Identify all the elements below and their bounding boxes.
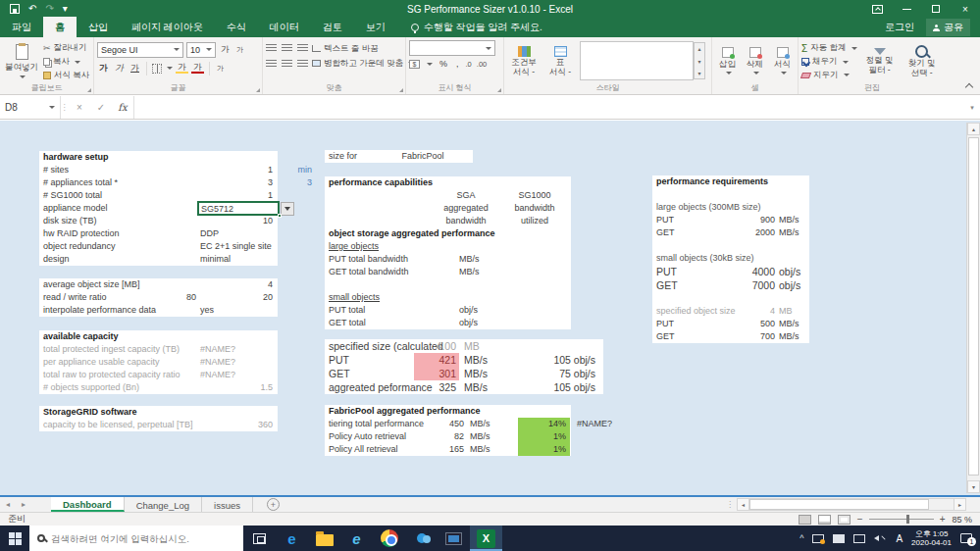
taskbar-screen-app-button[interactable] bbox=[438, 526, 470, 551]
ribbon-tab-홈[interactable]: 홈 bbox=[43, 17, 77, 37]
bold-button[interactable]: 가 bbox=[97, 62, 110, 75]
scroll-up-icon[interactable]: ▴ bbox=[967, 123, 980, 135]
align-right-icon[interactable] bbox=[297, 60, 308, 68]
header-cell[interactable]: SG1000 bbox=[499, 189, 570, 202]
cell-label[interactable]: GET bbox=[329, 367, 350, 380]
cell-label[interactable]: # appliances total * bbox=[43, 176, 118, 189]
zoom-level[interactable]: 85 % bbox=[952, 515, 972, 525]
header-cell[interactable]: SGA bbox=[427, 189, 505, 202]
cell-label[interactable]: large objects (300MB size) bbox=[656, 201, 761, 214]
cell-value[interactable]: 301 bbox=[414, 367, 459, 380]
cell-value[interactable]: 325 bbox=[414, 380, 459, 394]
underline-button[interactable]: 가 bbox=[129, 62, 141, 75]
minimize-button[interactable] bbox=[892, 0, 921, 18]
align-left-icon[interactable] bbox=[266, 60, 277, 68]
appliance-model-cell[interactable]: SG5712 bbox=[197, 201, 280, 216]
expand-formula-bar-icon[interactable]: ▾ bbox=[964, 96, 980, 119]
cell-label[interactable]: hw RAID protection bbox=[43, 227, 120, 240]
new-sheet-button[interactable]: + bbox=[267, 498, 280, 511]
cell-label[interactable]: tiering total performance bbox=[329, 418, 424, 430]
cell-value[interactable]: DDP bbox=[200, 227, 219, 240]
normal-view-button[interactable] bbox=[799, 515, 811, 525]
formula-bar-splitter[interactable]: ⋮ bbox=[61, 96, 69, 119]
cell-label[interactable]: GET bbox=[656, 330, 675, 343]
scroll-down-icon[interactable]: ▾ bbox=[967, 480, 980, 493]
undo-icon[interactable]: ↶ bbox=[28, 4, 36, 14]
task-view-button[interactable] bbox=[243, 526, 276, 551]
tray-expand-icon[interactable]: ^ bbox=[799, 533, 803, 543]
previous-sheet-icon[interactable]: ◂ bbox=[0, 497, 16, 512]
scroll-right-icon[interactable]: ▸ bbox=[954, 498, 966, 511]
cell-label[interactable]: # SG1000 total bbox=[43, 189, 102, 202]
cell-value[interactable]: #NAME? bbox=[200, 343, 235, 356]
fill-color-button[interactable]: 가 bbox=[176, 63, 188, 74]
fill-button[interactable]: 채우기 bbox=[801, 56, 857, 69]
cell-value[interactable]: 82 bbox=[419, 430, 464, 443]
format-cells-button[interactable]: 서식 bbox=[770, 40, 795, 81]
close-button[interactable]: × bbox=[951, 0, 980, 18]
appliance-model-dropdown-button[interactable] bbox=[281, 202, 294, 216]
format-painter-button[interactable]: 서식 복사 bbox=[43, 69, 89, 81]
collapse-ribbon-icon[interactable] bbox=[965, 83, 973, 91]
vertical-scrollbar[interactable]: ▴ ▾ bbox=[966, 123, 980, 493]
merge-center-button[interactable]: 병합하고 가운데 맞춤 bbox=[312, 58, 414, 70]
cell-label[interactable]: PUT bbox=[329, 353, 349, 367]
zoom-in-button[interactable]: + bbox=[940, 514, 946, 525]
cell-value[interactable]: 10 bbox=[263, 215, 273, 227]
cell-label[interactable]: object storage aggregated performance bbox=[329, 227, 495, 240]
horizontal-scrollbar-thumb[interactable] bbox=[749, 499, 929, 510]
share-button[interactable]: 공유 bbox=[926, 19, 970, 36]
accounting-format-icon[interactable]: $ bbox=[409, 60, 420, 69]
cell-label[interactable]: # objects supported (Bn) bbox=[43, 381, 139, 394]
percent-cell[interactable]: 1% bbox=[518, 443, 570, 456]
cell-label[interactable]: GET bbox=[656, 278, 678, 292]
cell-label[interactable]: PUT total bbox=[329, 304, 365, 317]
align-bottom-icon[interactable] bbox=[297, 44, 308, 52]
cell-label[interactable]: read / write ratio bbox=[43, 291, 107, 304]
cell-value[interactable]: 2000 bbox=[706, 226, 775, 239]
cell-value[interactable]: 3 bbox=[268, 176, 273, 189]
start-button[interactable] bbox=[0, 526, 29, 551]
ribbon-tab-삽입[interactable]: 삽입 bbox=[77, 17, 120, 37]
page-break-view-button[interactable] bbox=[838, 515, 851, 525]
cell-value[interactable]: 500 bbox=[706, 318, 775, 330]
sort-filter-button[interactable]: 정렬 및 필터 - bbox=[860, 40, 900, 81]
ribbon-tab-수식[interactable]: 수식 bbox=[215, 17, 258, 37]
align-center-icon[interactable] bbox=[282, 60, 292, 68]
sign-in-button[interactable]: 로그인 bbox=[885, 21, 914, 34]
shrink-font-button[interactable]: 가 bbox=[234, 45, 245, 55]
cell-label[interactable]: interpolate performance data bbox=[43, 304, 156, 317]
cell-label[interactable]: size for bbox=[329, 150, 357, 163]
cell-label[interactable]: PUT bbox=[656, 318, 674, 330]
font-name-select[interactable]: Segoe UI bbox=[97, 42, 183, 58]
dialog-launcher-icon[interactable] bbox=[87, 88, 91, 92]
cell-value[interactable]: 105 obj/s bbox=[553, 380, 595, 394]
ime-indicator[interactable]: A bbox=[896, 533, 903, 544]
cell-value[interactable]: 4000 bbox=[706, 265, 775, 278]
cell-label[interactable]: object redundancy bbox=[43, 240, 116, 253]
taskbar-search-box[interactable] bbox=[29, 526, 243, 551]
insert-function-icon[interactable]: fx bbox=[112, 96, 133, 119]
ribbon-tab-보기[interactable]: 보기 bbox=[354, 17, 397, 37]
horizontal-scrollbar[interactable]: ⋮ ◂ ▸ bbox=[723, 497, 980, 512]
autosum-button[interactable]: Σ자동 합계 bbox=[801, 42, 857, 55]
conditional-formatting-button[interactable]: 조건부 서식 - bbox=[507, 40, 541, 81]
font-size-select[interactable]: 10 bbox=[186, 42, 216, 58]
cell-label[interactable]: large objects bbox=[329, 240, 379, 253]
cell-label[interactable]: GET total bbox=[329, 317, 366, 329]
copy-button[interactable]: 복사 bbox=[43, 56, 89, 69]
cell-value[interactable]: yes bbox=[200, 304, 214, 317]
cell-value[interactable]: 360 bbox=[258, 419, 273, 431]
worksheet[interactable]: ▴ ▾ hardware setup# sites1min# appliance… bbox=[0, 121, 980, 495]
sheet-tab-dashboard[interactable]: Dashboard bbox=[51, 497, 125, 512]
cell-label[interactable]: total raw to protected capacity ratio bbox=[43, 369, 181, 381]
delete-cells-button[interactable]: 삭제 bbox=[743, 40, 767, 81]
cell-value[interactable]: 105 obj/s bbox=[553, 353, 595, 367]
insert-cells-button[interactable]: 삽입 bbox=[715, 40, 740, 81]
cancel-entry-icon[interactable]: × bbox=[69, 96, 90, 119]
gallery-scroll-buttons[interactable]: ▴▾▾ bbox=[694, 42, 705, 79]
header-cell[interactable]: utilized bbox=[499, 215, 570, 227]
cell-label[interactable]: Policy Auto retrieval bbox=[329, 430, 406, 443]
name-box[interactable]: D8 bbox=[0, 96, 61, 119]
taskbar-excel-button[interactable]: X bbox=[470, 526, 502, 551]
